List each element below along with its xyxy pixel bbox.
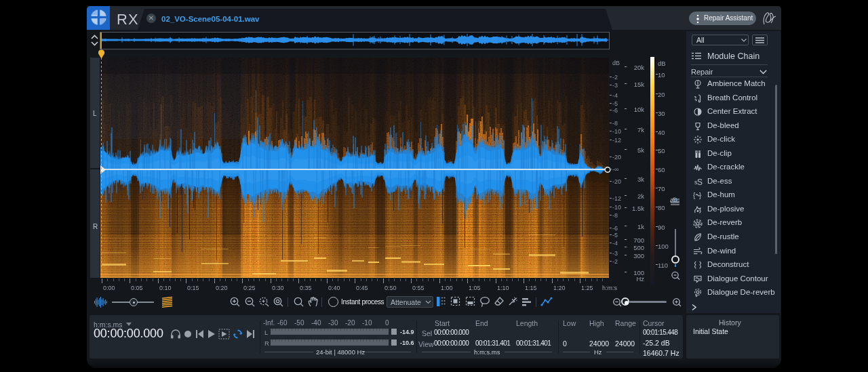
svg-text:S: S <box>697 178 703 187</box>
svg-text:{: { <box>693 192 696 199</box>
